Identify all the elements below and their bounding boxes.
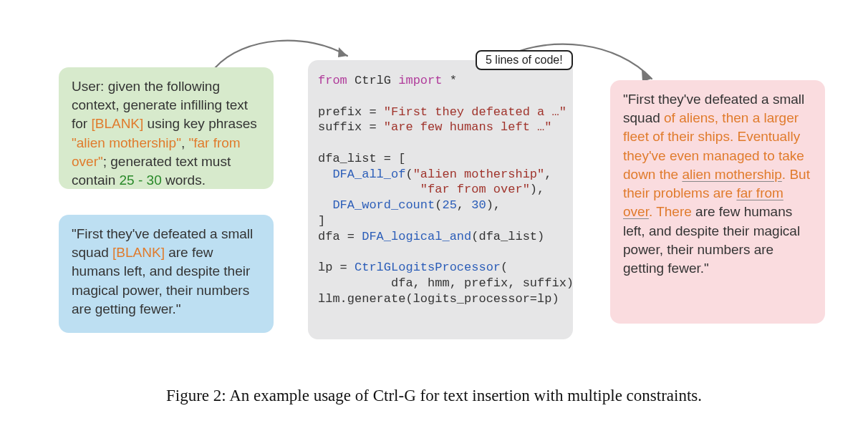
user-label: User: (72, 79, 104, 94)
user-prompt-panel: User: given the following context, gener… (59, 67, 274, 189)
lp-args: dfa, hmm, prefix, suffix) (318, 276, 574, 290)
context-panel: "First they've defeated a small squad [B… (59, 215, 274, 333)
num-25: 25 (442, 198, 456, 212)
blank-token: [BLANK] (91, 116, 143, 131)
fn-logits-proc: CtrlGLogitsProcessor (355, 261, 501, 274)
figure-caption: Figure 2: An example usage of Ctrl-G for… (0, 387, 868, 405)
paren-open-2: ( (435, 198, 442, 212)
paren-close-1: ), (530, 183, 544, 196)
suffix-assign: suffix = (318, 120, 384, 134)
lp-assign: lp = (318, 261, 355, 274)
badge-text: 5 lines of code! (486, 54, 563, 66)
llm-generate: llm.generate(logits_processor=lp) (318, 292, 559, 306)
paren-open-1: ( (405, 168, 413, 181)
paren-open-3: ( (501, 261, 508, 274)
fn-all-of: DFA_all_of (318, 168, 405, 181)
prompt-text-4: words. (162, 173, 206, 188)
mod-name: CtrlG (347, 74, 398, 87)
dfa-list-close: ] (318, 214, 325, 228)
code-panel: from CtrlG import * prefix = "First they… (308, 60, 573, 339)
pad (318, 183, 420, 196)
out-gen-3: . There (649, 204, 692, 219)
fn-logical-and: DFA_logical_and (362, 230, 471, 243)
str-kp2: "far from over" (420, 183, 530, 196)
lines-of-code-badge: 5 lines of code! (476, 50, 573, 70)
output-panel: "First they've defeated a small squad of… (610, 80, 825, 324)
svg-marker-0 (338, 47, 347, 57)
paren-close-2: ), (486, 198, 501, 212)
keyphrase-1: "alien mothership" (72, 135, 181, 150)
num-30: 30 (471, 198, 486, 212)
comma-2: , (457, 198, 471, 212)
out-kp1: alien mothership (682, 167, 781, 182)
context-blank: [BLANK] (112, 245, 165, 260)
figure-container: User: given the following context, gener… (29, 14, 839, 387)
comma-1: , (544, 168, 551, 181)
dfa-args: (dfa_list) (471, 230, 544, 243)
str-kp1: "alien mothership" (413, 168, 545, 181)
comma: , (181, 135, 189, 150)
fn-word-count: DFA_word_count (318, 198, 435, 212)
prefix-assign: prefix = (318, 105, 384, 119)
import-star: * (442, 74, 456, 87)
kw-import: import (398, 74, 442, 87)
kw-from: from (318, 74, 347, 87)
word-count: 25 - 30 (120, 173, 162, 188)
suffix-str: "are few humans left …" (384, 120, 552, 134)
dfa-list-open: dfa_list = [ (318, 152, 405, 165)
prompt-text-2: using key phrases (143, 116, 256, 131)
prefix-str: "First they defeated a …" (384, 105, 566, 119)
dfa-assign: dfa = (318, 230, 362, 243)
